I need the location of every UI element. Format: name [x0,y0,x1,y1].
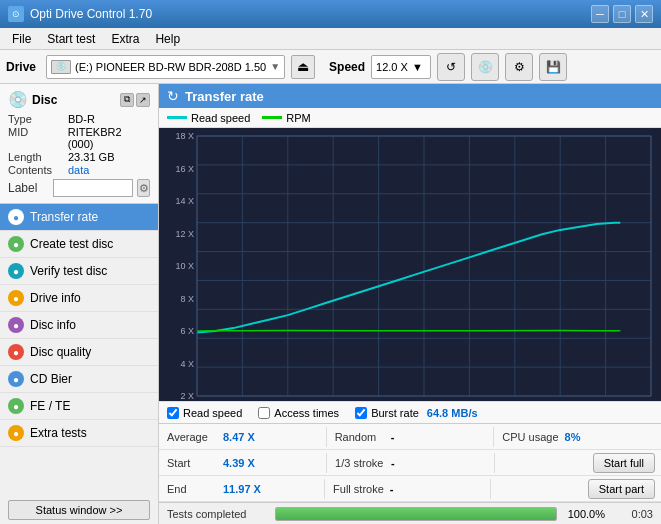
nav-item-cd-bier[interactable]: ● CD Bier [0,366,158,393]
sidebar: 💿 Disc ⧉ ↗ Type BD-R MID RITEKBR2 (000) … [0,84,159,524]
stat-average: Average 8.47 X [159,431,326,443]
nav-item-disc-quality[interactable]: ● Disc quality [0,339,158,366]
nav-icon-transfer-rate: ● [8,209,24,225]
title-bar-left: ⊙ Opti Drive Control 1.70 [8,6,152,22]
disc-button[interactable]: 💿 [471,53,499,81]
maximize-button[interactable]: □ [613,5,631,23]
disc-label-btn[interactable]: ⚙ [137,179,150,197]
disc-length-row: Length 23.31 GB [8,151,150,163]
speed-label: Speed [329,60,365,74]
nav-label-verify-test-disc: Verify test disc [30,264,107,278]
disc-header: 💿 Disc ⧉ ↗ [8,90,150,109]
nav-item-create-test-disc[interactable]: ● Create test disc [0,231,158,258]
divider-4 [494,453,495,473]
disc-contents-key: Contents [8,164,68,176]
start-full-button[interactable]: Start full [593,453,655,473]
drive-select[interactable]: 💿 (E:) PIONEER BD-RW BDR-208D 1.50 ▼ [46,55,285,79]
disc-mid-row: MID RITEKBR2 (000) [8,126,150,150]
stat-cpu: CPU usage 8% [494,431,661,443]
disc-copy-btn[interactable]: ⧉ [120,93,134,107]
stat-random: Random - [327,431,494,443]
stat-end: End 11.97 X [159,483,324,495]
stat-start: Start 4.39 X [159,457,326,469]
speed-dropdown-arrow: ▼ [412,61,423,73]
window-controls: ─ □ ✕ [591,5,653,23]
disc-export-btn[interactable]: ↗ [136,93,150,107]
legend-rpm: RPM [262,112,310,124]
drive-text: (E:) PIONEER BD-RW BDR-208D 1.50 [75,61,266,73]
nav-item-disc-info[interactable]: ● Disc info [0,312,158,339]
window-title: Opti Drive Control 1.70 [30,7,152,21]
disc-label-input[interactable] [53,179,133,197]
minimize-button[interactable]: ─ [591,5,609,23]
chart-checkboxes: Read speed Access times Burst rate 64.8 … [159,401,661,423]
access-times-checkbox[interactable] [258,407,270,419]
menu-help[interactable]: Help [147,30,188,48]
menu-extra[interactable]: Extra [103,30,147,48]
disc-mid-key: MID [8,126,68,150]
nav-item-drive-info[interactable]: ● Drive info [0,285,158,312]
nav-label-create-test-disc: Create test disc [30,237,113,251]
main-container: 💿 Disc ⧉ ↗ Type BD-R MID RITEKBR2 (000) … [0,84,661,524]
disc-length-value: 23.31 GB [68,151,114,163]
refresh-button[interactable]: ↺ [437,53,465,81]
title-bar: ⊙ Opti Drive Control 1.70 ─ □ ✕ [0,0,661,28]
chart-legend: Read speed RPM [159,108,661,128]
save-button[interactable]: 💾 [539,53,567,81]
disc-label-key: Label [8,181,49,195]
menu-start-test[interactable]: Start test [39,30,103,48]
chart-container [159,128,661,401]
disc-panel-icon: 💿 [8,90,28,109]
start-part-button[interactable]: Start part [588,479,655,499]
access-times-checkbox-label: Access times [274,407,339,419]
disc-contents-value[interactable]: data [68,164,89,176]
chart-icon: ↻ [167,88,179,104]
transfer-rate-chart [159,128,661,401]
nav-item-transfer-rate[interactable]: ● Transfer rate [0,204,158,231]
disc-mid-value: RITEKBR2 (000) [68,126,150,150]
stats-row-start: Start 4.39 X 1/3 stroke - Start full [159,450,661,476]
nav-icon-disc-info: ● [8,317,24,333]
stat-average-label: Average [167,431,217,443]
access-times-checkbox-item: Access times [258,407,339,419]
stat-full-stroke-label: Full stroke [333,483,384,495]
stats-row-end: End 11.97 X Full stroke - Start part [159,476,661,502]
nav-label-cd-bier: CD Bier [30,372,72,386]
nav-icon-create-test-disc: ● [8,236,24,252]
disc-type-row: Type BD-R [8,113,150,125]
stat-stroke13: 1/3 stroke - [327,457,494,469]
menu-file[interactable]: File [4,30,39,48]
burst-rate-checkbox-item: Burst rate 64.8 MB/s [355,407,477,419]
nav-item-extra-tests[interactable]: ● Extra tests [0,420,158,447]
chart-title: Transfer rate [185,89,264,104]
drive-dropdown-arrow: ▼ [270,61,280,72]
read-speed-checkbox[interactable] [167,407,179,419]
speed-select[interactable]: 12.0 X ▼ [371,55,431,79]
close-button[interactable]: ✕ [635,5,653,23]
stat-cpu-label: CPU usage [502,431,558,443]
progress-bar-container [275,507,557,521]
nav-item-verify-test-disc[interactable]: ● Verify test disc [0,258,158,285]
burst-rate-checkbox[interactable] [355,407,367,419]
status-window-button[interactable]: Status window >> [8,500,150,520]
eject-button[interactable]: ⏏ [291,55,315,79]
disc-panel-title: Disc [32,93,57,107]
stats-row-average: Average 8.47 X Random - CPU usage 8% [159,424,661,450]
stats-area: Average 8.47 X Random - CPU usage 8% Sta… [159,423,661,502]
legend-rpm-color [262,116,282,119]
settings-button[interactable]: ⚙ [505,53,533,81]
legend-rpm-label: RPM [286,112,310,124]
disc-info-rows: Type BD-R MID RITEKBR2 (000) Length 23.3… [8,113,150,197]
nav-icon-cd-bier: ● [8,371,24,387]
stat-stroke13-value: - [391,457,431,469]
legend-read-speed: Read speed [167,112,250,124]
stat-end-label: End [167,483,217,495]
disc-contents-row: Contents data [8,164,150,176]
status-text: Tests completed [167,508,267,520]
burst-rate-checkbox-label: Burst rate [371,407,419,419]
drive-icon: 💿 [51,60,71,74]
nav-items: ● Transfer rate ● Create test disc ● Ver… [0,204,158,496]
nav-item-fe-te[interactable]: ● FE / TE [0,393,158,420]
stat-start-label: Start [167,457,217,469]
nav-label-transfer-rate: Transfer rate [30,210,98,224]
